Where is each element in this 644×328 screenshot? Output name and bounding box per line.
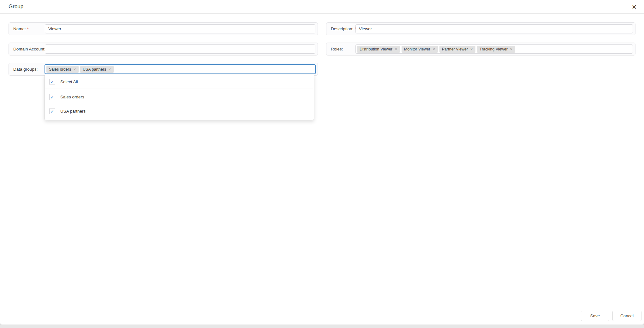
data-groups-input[interactable]: Sales orders ✕ USA partners ✕ ✓ S bbox=[45, 64, 316, 74]
remove-tag-icon[interactable]: ✕ bbox=[395, 47, 397, 51]
roles-label: Roles: bbox=[326, 43, 355, 55]
remove-tag-icon[interactable]: ✕ bbox=[470, 47, 473, 51]
role-tag: Distribution Viewer ✕ bbox=[357, 46, 400, 53]
required-asterisk: * bbox=[27, 26, 29, 31]
dialog-body: Name: * Viewer Description: * Viewer Dom… bbox=[0, 14, 644, 76]
dialog-header: Group ✕ bbox=[0, 0, 644, 14]
group-dialog: Group ✕ Name: * Viewer Description: * Vi… bbox=[0, 0, 644, 325]
dropdown-item[interactable]: ✓ USA partners bbox=[45, 105, 314, 117]
dropdown-item-select-all[interactable]: ✓ Select All bbox=[45, 75, 314, 89]
dropdown-options: ✓ Sales orders ✓ USA partners bbox=[45, 91, 314, 117]
dialog-footer: Save Cancel bbox=[581, 311, 641, 321]
description-input[interactable]: Viewer bbox=[355, 24, 633, 33]
close-icon[interactable]: ✕ bbox=[630, 3, 639, 11]
roles-input[interactable]: Distribution Viewer ✕ Monitor Viewer ✕ P… bbox=[355, 44, 633, 54]
roles-field-group: Roles: Distribution Viewer ✕ Monitor Vie… bbox=[326, 43, 635, 56]
dialog-title: Group bbox=[9, 3, 23, 10]
domain-account-field-group: Domain Account: bbox=[9, 43, 318, 56]
domain-account-input[interactable] bbox=[45, 44, 315, 54]
name-field-group: Name: * Viewer bbox=[9, 22, 318, 35]
data-group-tag: Sales orders ✕ bbox=[46, 66, 79, 73]
remove-tag-icon[interactable]: ✕ bbox=[510, 47, 513, 51]
data-group-tag: USA partners ✕ bbox=[80, 66, 114, 73]
data-groups-label: Data groups: bbox=[9, 63, 45, 75]
domain-account-label: Domain Account: bbox=[9, 43, 45, 55]
remove-tag-icon[interactable]: ✕ bbox=[432, 47, 435, 51]
empty-cell bbox=[326, 63, 635, 76]
checkbox-checked-icon[interactable]: ✓ bbox=[49, 79, 55, 85]
data-groups-field-group: Data groups: Sales orders ✕ USA partners… bbox=[9, 63, 318, 76]
save-button[interactable]: Save bbox=[581, 311, 609, 321]
description-label: Description: * bbox=[326, 23, 355, 35]
name-input[interactable]: Viewer bbox=[45, 24, 315, 33]
role-tag: Monitor Viewer ✕ bbox=[402, 46, 438, 53]
backdrop bbox=[0, 325, 644, 328]
checkbox-checked-icon[interactable]: ✓ bbox=[49, 108, 55, 114]
dropdown-item[interactable]: ✓ Sales orders bbox=[45, 91, 314, 103]
remove-tag-icon[interactable]: ✕ bbox=[73, 67, 76, 71]
checkbox-checked-icon[interactable]: ✓ bbox=[49, 94, 55, 100]
role-tag: Tracking Viewer ✕ bbox=[477, 46, 515, 53]
remove-tag-icon[interactable]: ✕ bbox=[108, 67, 111, 71]
name-label: Name: * bbox=[9, 23, 45, 35]
data-groups-dropdown: ✓ Select All ✓ Sales orders bbox=[45, 75, 314, 120]
role-tag: Partner Viewer ✕ bbox=[439, 46, 475, 53]
description-field-group: Description: * Viewer bbox=[326, 22, 635, 35]
cancel-button[interactable]: Cancel bbox=[612, 311, 641, 321]
